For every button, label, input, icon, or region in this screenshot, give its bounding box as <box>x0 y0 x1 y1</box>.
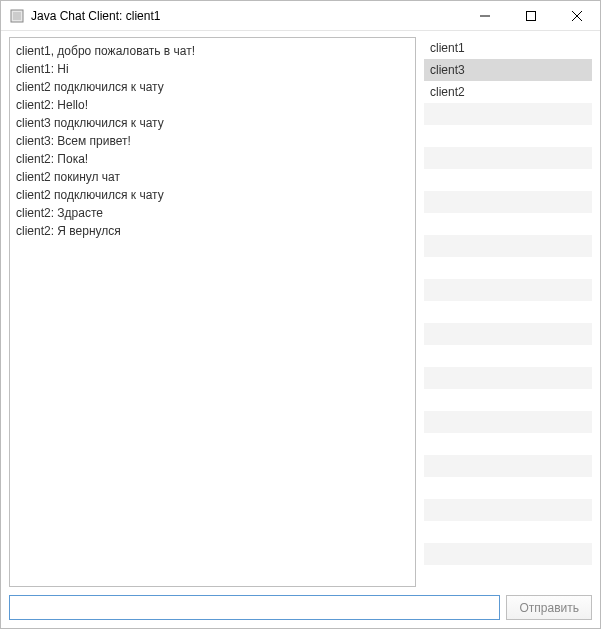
chat-message: client2: Я вернулся <box>16 222 409 240</box>
maximize-button[interactable] <box>508 1 554 30</box>
user-list-item[interactable]: client3 <box>424 59 592 81</box>
chat-message: client2: Здрасте <box>16 204 409 222</box>
message-input[interactable] <box>9 595 500 620</box>
app-window: Java Chat Client: client1 client1, добро… <box>0 0 601 629</box>
user-list-empty-row <box>424 433 592 455</box>
user-list-empty-row <box>424 301 592 323</box>
user-list-empty-row <box>424 125 592 147</box>
svg-rect-1 <box>13 12 21 20</box>
user-list-empty-row <box>424 257 592 279</box>
close-button[interactable] <box>554 1 600 30</box>
user-list[interactable]: client1client3client2 <box>424 37 592 587</box>
window-title: Java Chat Client: client1 <box>31 9 462 23</box>
user-list-empty-row <box>424 235 592 257</box>
chat-message: client2: Пока! <box>16 150 409 168</box>
app-icon <box>9 8 25 24</box>
user-list-empty-row <box>424 455 592 477</box>
user-list-empty-row <box>424 323 592 345</box>
user-list-item[interactable]: client2 <box>424 81 592 103</box>
window-controls <box>462 1 600 30</box>
user-list-empty-row <box>424 191 592 213</box>
user-list-empty-row <box>424 367 592 389</box>
titlebar: Java Chat Client: client1 <box>1 1 600 31</box>
user-list-empty-row <box>424 389 592 411</box>
chat-message: client3 подключился к чату <box>16 114 409 132</box>
chat-message: client2: Hello! <box>16 96 409 114</box>
svg-rect-3 <box>527 11 536 20</box>
user-list-empty-row <box>424 213 592 235</box>
chat-message: client1, добро пожаловать в чат! <box>16 42 409 60</box>
user-list-empty-row <box>424 169 592 191</box>
user-list-empty-row <box>424 565 592 587</box>
bottom-bar: Отправить <box>1 591 600 628</box>
user-list-empty-row <box>424 279 592 301</box>
chat-message: client1: Hi <box>16 60 409 78</box>
user-list-item[interactable]: client1 <box>424 37 592 59</box>
chat-message: client3: Всем привет! <box>16 132 409 150</box>
minimize-button[interactable] <box>462 1 508 30</box>
user-list-empty-row <box>424 543 592 565</box>
chat-message: client2 подключился к чату <box>16 186 409 204</box>
user-list-empty-row <box>424 147 592 169</box>
user-list-empty-row <box>424 499 592 521</box>
content-area: client1, добро пожаловать в чат!client1:… <box>1 31 600 591</box>
user-list-empty-row <box>424 477 592 499</box>
chat-message: client2 покинул чат <box>16 168 409 186</box>
chat-message: client2 подключился к чату <box>16 78 409 96</box>
send-button[interactable]: Отправить <box>506 595 592 620</box>
user-list-empty-row <box>424 345 592 367</box>
user-list-empty-row <box>424 411 592 433</box>
chat-log[interactable]: client1, добро пожаловать в чат!client1:… <box>9 37 416 587</box>
user-list-empty-row <box>424 103 592 125</box>
user-list-empty-row <box>424 521 592 543</box>
